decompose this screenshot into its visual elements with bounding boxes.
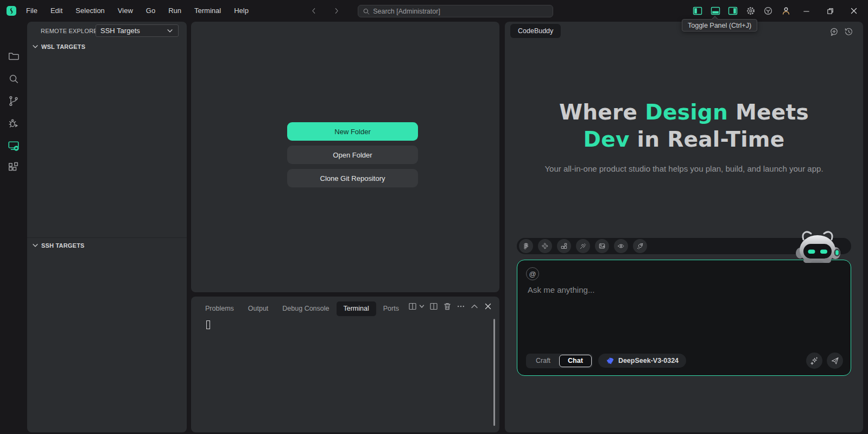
explorer-folder-icon[interactable]: [8, 50, 20, 62]
search-sidebar-icon[interactable]: [8, 73, 20, 85]
heading-text: in Real-Time: [630, 127, 785, 152]
deepseek-icon: [606, 356, 614, 365]
restore-icon[interactable]: [821, 0, 839, 22]
section-divider: [27, 237, 187, 238]
mode-craft-button[interactable]: Craft: [527, 355, 559, 367]
toggle-secondary-sidebar-icon[interactable]: [728, 6, 738, 16]
mode-toggle: Craft Chat: [526, 354, 593, 368]
model-selector[interactable]: DeepSeek-V3-0324: [598, 354, 686, 368]
hero: Where Design MeetsDev in Real-Time Your …: [505, 99, 863, 173]
tooltip: Toggle Panel (Ctrl+J): [682, 19, 757, 32]
panel-actions: [408, 302, 492, 311]
clone-git-repository-button[interactable]: Clone Git Repository: [287, 169, 418, 187]
codebuddy-panel: CodeBuddy Where Design MeetsDev in Real-…: [505, 22, 863, 432]
welcome-actions: New Folder Open Folder Clone Git Reposit…: [287, 122, 418, 187]
send-button[interactable]: [827, 353, 843, 369]
chevron-down-icon[interactable]: [419, 304, 425, 309]
image-upload-icon[interactable]: [595, 239, 609, 253]
more-actions-icon[interactable]: [457, 302, 465, 311]
close-window-icon[interactable]: [845, 0, 863, 22]
titlebar: File Edit Selection View Go Run Terminal…: [0, 0, 868, 22]
section-label: SSH TARGETS: [41, 242, 85, 249]
command-center-search[interactable]: [358, 5, 553, 17]
connector-icon[interactable]: [576, 239, 590, 253]
browser-shield-icon[interactable]: [763, 6, 773, 16]
run-debug-icon[interactable]: [8, 117, 20, 129]
menu-view[interactable]: View: [111, 0, 140, 22]
app-logo-icon[interactable]: [6, 5, 17, 16]
toggle-sidebar-icon[interactable]: [693, 6, 702, 16]
preview-eye-icon[interactable]: [614, 239, 628, 253]
tab-problems[interactable]: Problems: [198, 301, 241, 316]
search-input[interactable]: [373, 8, 548, 15]
menu-selection[interactable]: Selection: [69, 0, 111, 22]
remote-explorer-icon[interactable]: [8, 140, 20, 152]
robot-mascot: [787, 229, 848, 263]
codebuddy-header-actions: [829, 27, 853, 36]
maximize-panel-icon[interactable]: [470, 302, 479, 311]
mode-chat-button[interactable]: Chat: [559, 355, 592, 367]
heading-text: Meets: [728, 100, 809, 124]
kill-terminal-trash-icon[interactable]: [443, 302, 452, 311]
remote-type-dropdown[interactable]: SSH Targets: [96, 24, 179, 37]
menu-terminal[interactable]: Terminal: [188, 0, 227, 22]
terminal-cursor: [206, 320, 210, 329]
window-controls: [797, 0, 868, 22]
history-icon[interactable]: [844, 27, 853, 36]
minimize-icon[interactable]: [797, 0, 815, 22]
layout-controls: [693, 6, 791, 16]
model-name: DeepSeek-V3-0324: [618, 357, 679, 364]
navigate-forward-icon[interactable]: [330, 4, 343, 17]
heading-accent: Design: [645, 100, 728, 124]
menu-file[interactable]: File: [20, 0, 44, 22]
new-chat-icon[interactable]: [829, 27, 839, 36]
enhance-sparkles-button[interactable]: [806, 353, 822, 369]
chevron-down-icon: [31, 43, 39, 51]
chat-input[interactable]: [528, 285, 832, 294]
activity-bar: [0, 22, 27, 434]
tab-output[interactable]: Output: [241, 301, 276, 316]
heading-text: Where: [559, 100, 645, 124]
mention-at-button[interactable]: @: [526, 267, 539, 280]
hero-heading: Where Design MeetsDev in Real-Time: [505, 99, 863, 153]
extensions-icon[interactable]: [8, 161, 20, 173]
menu-run[interactable]: Run: [162, 0, 188, 22]
toggle-panel-icon[interactable]: [711, 6, 720, 16]
navigate-back-icon[interactable]: [307, 4, 320, 17]
open-folder-button[interactable]: Open Folder: [287, 146, 418, 164]
sidebar-title: REMOTE EXPLORER: [41, 28, 102, 34]
heading-accent: Dev: [583, 127, 629, 152]
tooltip-text: Toggle Panel (Ctrl+J): [688, 22, 751, 29]
history-navigation: [307, 0, 343, 22]
section-label: WSL TARGETS: [41, 43, 85, 50]
chevron-down-icon: [31, 242, 39, 249]
panel-tabs: Problems Output Debug Console Terminal P…: [198, 301, 406, 316]
deploy-rocket-icon[interactable]: [633, 239, 647, 253]
chat-input-card[interactable]: @ Craft Chat DeepSeek-V3-0324: [517, 260, 851, 376]
menubar: File Edit Selection View Go Run Terminal…: [20, 0, 255, 22]
menu-go[interactable]: Go: [140, 0, 162, 22]
tab-debug-console[interactable]: Debug Console: [275, 301, 336, 316]
tab-terminal[interactable]: Terminal: [337, 301, 376, 316]
new-folder-button[interactable]: New Folder: [287, 122, 418, 141]
figma-icon[interactable]: [519, 239, 533, 253]
account-person-icon[interactable]: [781, 6, 791, 16]
tab-ports[interactable]: Ports: [376, 301, 406, 316]
components-icon[interactable]: [538, 239, 552, 253]
section-ssh-targets[interactable]: SSH TARGETS: [31, 240, 183, 251]
menu-edit[interactable]: Edit: [44, 0, 69, 22]
terminal-content[interactable]: [191, 318, 499, 432]
source-control-icon[interactable]: [8, 95, 20, 107]
close-panel-icon[interactable]: [484, 302, 492, 311]
split-panel-icon[interactable]: [429, 302, 438, 311]
menu-help[interactable]: Help: [227, 0, 255, 22]
section-wsl-targets[interactable]: WSL TARGETS: [31, 41, 183, 52]
bottom-panel: Problems Output Debug Console Terminal P…: [191, 297, 499, 432]
dropdown-value: SSH Targets: [100, 27, 140, 35]
terminal-scrollbar[interactable]: [493, 319, 495, 426]
codebuddy-tab[interactable]: CodeBuddy: [510, 24, 561, 38]
remote-explorer-sidebar: REMOTE EXPLORER SSH Targets WSL TARGETS …: [27, 22, 187, 432]
settings-gear-icon[interactable]: [746, 6, 756, 16]
blocks-icon[interactable]: [557, 239, 571, 253]
split-terminal-icon[interactable]: [408, 302, 417, 311]
